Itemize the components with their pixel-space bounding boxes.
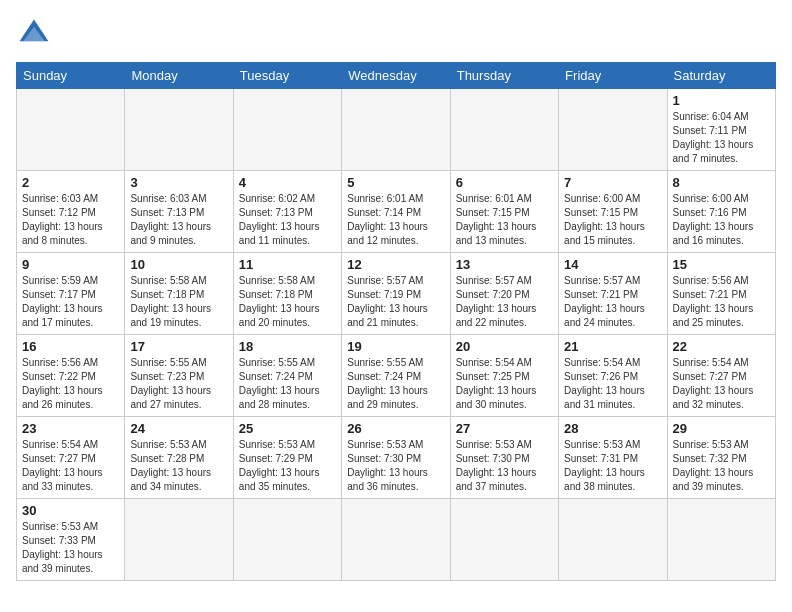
day-number: 25 (239, 421, 336, 436)
day-number: 8 (673, 175, 770, 190)
day-number: 29 (673, 421, 770, 436)
day-number: 12 (347, 257, 444, 272)
logo (16, 16, 56, 52)
day-header-monday: Monday (125, 63, 233, 89)
day-info: Sunrise: 6:01 AM Sunset: 7:14 PM Dayligh… (347, 192, 444, 248)
calendar-cell: 8Sunrise: 6:00 AM Sunset: 7:16 PM Daylig… (667, 171, 775, 253)
day-info: Sunrise: 5:58 AM Sunset: 7:18 PM Dayligh… (239, 274, 336, 330)
day-number: 14 (564, 257, 661, 272)
day-info: Sunrise: 6:01 AM Sunset: 7:15 PM Dayligh… (456, 192, 553, 248)
day-info: Sunrise: 5:53 AM Sunset: 7:28 PM Dayligh… (130, 438, 227, 494)
day-info: Sunrise: 5:55 AM Sunset: 7:23 PM Dayligh… (130, 356, 227, 412)
day-number: 28 (564, 421, 661, 436)
day-info: Sunrise: 5:55 AM Sunset: 7:24 PM Dayligh… (239, 356, 336, 412)
calendar-cell: 19Sunrise: 5:55 AM Sunset: 7:24 PM Dayli… (342, 335, 450, 417)
calendar-cell: 20Sunrise: 5:54 AM Sunset: 7:25 PM Dayli… (450, 335, 558, 417)
calendar-cell: 11Sunrise: 5:58 AM Sunset: 7:18 PM Dayli… (233, 253, 341, 335)
calendar-cell: 25Sunrise: 5:53 AM Sunset: 7:29 PM Dayli… (233, 417, 341, 499)
day-info: Sunrise: 5:54 AM Sunset: 7:27 PM Dayligh… (673, 356, 770, 412)
day-number: 23 (22, 421, 119, 436)
day-info: Sunrise: 5:56 AM Sunset: 7:21 PM Dayligh… (673, 274, 770, 330)
calendar-cell: 26Sunrise: 5:53 AM Sunset: 7:30 PM Dayli… (342, 417, 450, 499)
day-header-saturday: Saturday (667, 63, 775, 89)
day-number: 24 (130, 421, 227, 436)
day-number: 16 (22, 339, 119, 354)
day-header-thursday: Thursday (450, 63, 558, 89)
day-number: 27 (456, 421, 553, 436)
calendar-cell: 18Sunrise: 5:55 AM Sunset: 7:24 PM Dayli… (233, 335, 341, 417)
calendar-cell: 3Sunrise: 6:03 AM Sunset: 7:13 PM Daylig… (125, 171, 233, 253)
day-number: 20 (456, 339, 553, 354)
logo-icon (16, 16, 52, 52)
calendar-cell: 30Sunrise: 5:53 AM Sunset: 7:33 PM Dayli… (17, 499, 125, 581)
day-info: Sunrise: 5:57 AM Sunset: 7:19 PM Dayligh… (347, 274, 444, 330)
day-number: 18 (239, 339, 336, 354)
day-info: Sunrise: 5:53 AM Sunset: 7:32 PM Dayligh… (673, 438, 770, 494)
day-number: 30 (22, 503, 119, 518)
calendar-cell: 6Sunrise: 6:01 AM Sunset: 7:15 PM Daylig… (450, 171, 558, 253)
day-number: 22 (673, 339, 770, 354)
day-info: Sunrise: 5:57 AM Sunset: 7:20 PM Dayligh… (456, 274, 553, 330)
day-number: 9 (22, 257, 119, 272)
calendar-cell: 29Sunrise: 5:53 AM Sunset: 7:32 PM Dayli… (667, 417, 775, 499)
calendar-cell: 9Sunrise: 5:59 AM Sunset: 7:17 PM Daylig… (17, 253, 125, 335)
day-header-sunday: Sunday (17, 63, 125, 89)
calendar-cell (667, 499, 775, 581)
calendar-cell (233, 89, 341, 171)
calendar-cell: 13Sunrise: 5:57 AM Sunset: 7:20 PM Dayli… (450, 253, 558, 335)
day-number: 2 (22, 175, 119, 190)
day-number: 1 (673, 93, 770, 108)
calendar-cell: 10Sunrise: 5:58 AM Sunset: 7:18 PM Dayli… (125, 253, 233, 335)
calendar-cell (559, 89, 667, 171)
day-info: Sunrise: 6:03 AM Sunset: 7:13 PM Dayligh… (130, 192, 227, 248)
day-header-wednesday: Wednesday (342, 63, 450, 89)
day-info: Sunrise: 6:00 AM Sunset: 7:16 PM Dayligh… (673, 192, 770, 248)
day-info: Sunrise: 5:54 AM Sunset: 7:25 PM Dayligh… (456, 356, 553, 412)
page-header (16, 16, 776, 52)
day-number: 15 (673, 257, 770, 272)
day-header-tuesday: Tuesday (233, 63, 341, 89)
calendar-cell: 15Sunrise: 5:56 AM Sunset: 7:21 PM Dayli… (667, 253, 775, 335)
calendar-cell (125, 499, 233, 581)
calendar-cell (559, 499, 667, 581)
calendar-cell: 24Sunrise: 5:53 AM Sunset: 7:28 PM Dayli… (125, 417, 233, 499)
day-number: 17 (130, 339, 227, 354)
calendar-cell: 17Sunrise: 5:55 AM Sunset: 7:23 PM Dayli… (125, 335, 233, 417)
calendar-cell (125, 89, 233, 171)
day-number: 19 (347, 339, 444, 354)
calendar-cell: 28Sunrise: 5:53 AM Sunset: 7:31 PM Dayli… (559, 417, 667, 499)
calendar-cell (342, 499, 450, 581)
calendar-cell: 16Sunrise: 5:56 AM Sunset: 7:22 PM Dayli… (17, 335, 125, 417)
calendar-cell: 5Sunrise: 6:01 AM Sunset: 7:14 PM Daylig… (342, 171, 450, 253)
day-info: Sunrise: 5:53 AM Sunset: 7:31 PM Dayligh… (564, 438, 661, 494)
calendar-cell: 22Sunrise: 5:54 AM Sunset: 7:27 PM Dayli… (667, 335, 775, 417)
day-info: Sunrise: 5:53 AM Sunset: 7:30 PM Dayligh… (456, 438, 553, 494)
day-number: 10 (130, 257, 227, 272)
calendar-cell (450, 499, 558, 581)
day-number: 13 (456, 257, 553, 272)
day-info: Sunrise: 5:58 AM Sunset: 7:18 PM Dayligh… (130, 274, 227, 330)
day-info: Sunrise: 5:54 AM Sunset: 7:26 PM Dayligh… (564, 356, 661, 412)
day-info: Sunrise: 5:53 AM Sunset: 7:29 PM Dayligh… (239, 438, 336, 494)
day-number: 3 (130, 175, 227, 190)
calendar-cell: 14Sunrise: 5:57 AM Sunset: 7:21 PM Dayli… (559, 253, 667, 335)
calendar-cell: 2Sunrise: 6:03 AM Sunset: 7:12 PM Daylig… (17, 171, 125, 253)
calendar-cell: 27Sunrise: 5:53 AM Sunset: 7:30 PM Dayli… (450, 417, 558, 499)
day-header-friday: Friday (559, 63, 667, 89)
day-number: 5 (347, 175, 444, 190)
calendar-cell: 21Sunrise: 5:54 AM Sunset: 7:26 PM Dayli… (559, 335, 667, 417)
day-number: 21 (564, 339, 661, 354)
day-info: Sunrise: 6:03 AM Sunset: 7:12 PM Dayligh… (22, 192, 119, 248)
day-info: Sunrise: 5:59 AM Sunset: 7:17 PM Dayligh… (22, 274, 119, 330)
calendar-table: SundayMondayTuesdayWednesdayThursdayFrid… (16, 62, 776, 581)
day-number: 4 (239, 175, 336, 190)
day-info: Sunrise: 5:54 AM Sunset: 7:27 PM Dayligh… (22, 438, 119, 494)
day-info: Sunrise: 5:56 AM Sunset: 7:22 PM Dayligh… (22, 356, 119, 412)
day-info: Sunrise: 6:00 AM Sunset: 7:15 PM Dayligh… (564, 192, 661, 248)
calendar-cell (17, 89, 125, 171)
day-info: Sunrise: 6:04 AM Sunset: 7:11 PM Dayligh… (673, 110, 770, 166)
calendar-cell: 1Sunrise: 6:04 AM Sunset: 7:11 PM Daylig… (667, 89, 775, 171)
day-number: 7 (564, 175, 661, 190)
day-number: 26 (347, 421, 444, 436)
day-info: Sunrise: 5:57 AM Sunset: 7:21 PM Dayligh… (564, 274, 661, 330)
